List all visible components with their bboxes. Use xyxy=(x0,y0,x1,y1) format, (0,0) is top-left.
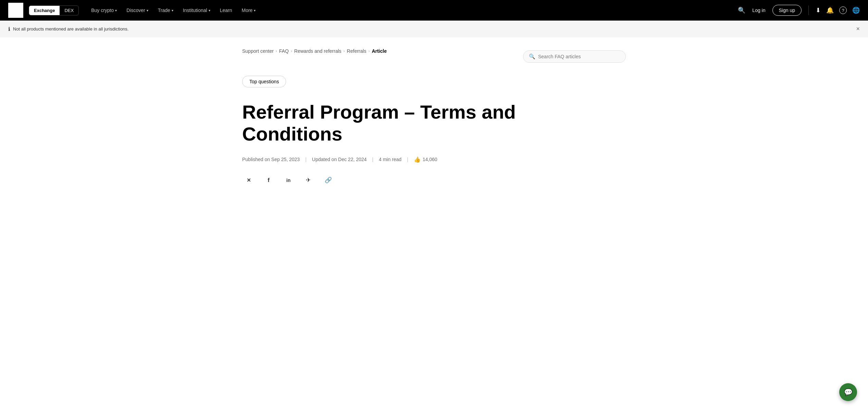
meta-sep-3: | xyxy=(407,157,408,162)
banner-close-button[interactable]: × xyxy=(856,25,860,33)
globe-icon: 🌐 xyxy=(852,7,860,14)
info-icon: ℹ xyxy=(8,26,10,32)
search-icon: 🔍 xyxy=(738,7,745,14)
breadcrumb-faq[interactable]: FAQ xyxy=(279,48,289,54)
nav-buy-crypto[interactable]: Buy crypto ▾ xyxy=(87,5,121,16)
search-button[interactable]: 🔍 xyxy=(738,7,745,14)
likes-count: 14,060 xyxy=(423,157,437,162)
meta-sep-2: | xyxy=(372,157,373,162)
share-link-button[interactable]: 🔗 xyxy=(322,174,335,187)
top-questions-badge[interactable]: Top questions xyxy=(242,76,286,87)
chevron-down-icon: ▾ xyxy=(209,9,210,12)
svg-rect-7 xyxy=(18,9,22,12)
updated-date: Updated on Dec 22, 2024 xyxy=(312,157,367,162)
link-icon: 🔗 xyxy=(325,177,332,184)
nav-divider xyxy=(808,5,809,15)
svg-rect-8 xyxy=(18,12,22,16)
nav-institutional[interactable]: Institutional ▾ xyxy=(179,5,214,16)
breadcrumb-sep-1: › xyxy=(276,49,277,53)
chevron-down-icon: ▾ xyxy=(172,9,173,12)
share-row: ✕ f in ✈ 🔗 xyxy=(242,174,626,187)
thumbsup-icon: 👍 xyxy=(414,156,421,163)
twitter-icon: ✕ xyxy=(247,177,251,183)
nav-discover[interactable]: Discover ▾ xyxy=(122,5,152,16)
notifications-button[interactable]: 🔔 xyxy=(826,7,834,14)
info-banner: ℹ Not all products mentioned are availab… xyxy=(0,21,868,37)
nav-more[interactable]: More ▾ xyxy=(237,5,260,16)
breadcrumb: Support center › FAQ › Rewards and refer… xyxy=(242,48,387,54)
meta-sep-1: | xyxy=(305,157,307,162)
help-button[interactable]: ? xyxy=(839,7,847,14)
read-time: 4 min read xyxy=(379,157,401,162)
login-button[interactable]: Log in xyxy=(751,5,767,16)
language-button[interactable]: 🌐 xyxy=(852,7,860,14)
svg-rect-5 xyxy=(14,12,17,16)
search-icon: 🔍 xyxy=(529,53,535,60)
chevron-down-icon: ▾ xyxy=(254,9,256,12)
bell-icon: 🔔 xyxy=(826,7,834,14)
breadcrumb-support-center[interactable]: Support center xyxy=(242,48,274,54)
faq-search-input[interactable] xyxy=(538,54,620,59)
nav-links: Buy crypto ▾ Discover ▾ Trade ▾ Institut… xyxy=(87,5,735,16)
svg-rect-4 xyxy=(14,4,17,8)
dex-tab[interactable]: DEX xyxy=(60,6,78,15)
help-icon: ? xyxy=(839,7,847,14)
share-twitter-button[interactable]: ✕ xyxy=(242,174,255,187)
svg-rect-1 xyxy=(10,4,14,8)
faq-search-container: 🔍 xyxy=(523,50,626,63)
facebook-icon: f xyxy=(268,177,270,184)
breadcrumb-sep-2: › xyxy=(291,49,292,53)
signup-button[interactable]: Sign up xyxy=(772,5,802,16)
svg-rect-6 xyxy=(18,4,22,8)
svg-rect-2 xyxy=(10,9,14,12)
breadcrumb-sep-4: › xyxy=(368,49,370,53)
chevron-down-icon: ▾ xyxy=(115,9,117,12)
content-area: Support center › FAQ › Rewards and refer… xyxy=(228,37,640,214)
exchange-tab[interactable]: Exchange xyxy=(29,6,60,15)
telegram-icon: ✈ xyxy=(306,177,311,184)
breadcrumb-sep-3: › xyxy=(344,49,345,53)
chevron-down-icon: ▾ xyxy=(147,9,148,12)
published-date: Published on Sep 25, 2023 xyxy=(242,157,300,162)
nav-trade[interactable]: Trade ▾ xyxy=(154,5,177,16)
breadcrumb-referrals[interactable]: Referrals xyxy=(347,48,367,54)
article-title: Referral Program – Terms andConditions xyxy=(242,101,550,145)
likes-container: 👍 14,060 xyxy=(414,156,437,163)
share-linkedin-button[interactable]: in xyxy=(282,174,295,187)
article-meta: Published on Sep 25, 2023 | Updated on D… xyxy=(242,156,626,163)
svg-rect-3 xyxy=(10,12,14,16)
nav-learn[interactable]: Learn xyxy=(216,5,236,16)
nav-right: 🔍 Log in Sign up ⬇ 🔔 ? 🌐 xyxy=(738,5,860,16)
banner-text: Not all products mentioned are available… xyxy=(13,26,128,32)
share-facebook-button[interactable]: f xyxy=(262,174,275,187)
logo[interactable] xyxy=(8,3,23,18)
download-button[interactable]: ⬇ xyxy=(816,7,821,14)
exchange-dex-toggle: Exchange DEX xyxy=(29,5,79,15)
breadcrumb-rewards[interactable]: Rewards and referrals xyxy=(294,48,342,54)
breadcrumb-current: Article xyxy=(372,48,387,54)
linkedin-icon: in xyxy=(286,178,290,183)
download-icon: ⬇ xyxy=(816,7,821,14)
navbar: Exchange DEX Buy crypto ▾ Discover ▾ Tra… xyxy=(0,0,868,21)
share-telegram-button[interactable]: ✈ xyxy=(302,174,315,187)
